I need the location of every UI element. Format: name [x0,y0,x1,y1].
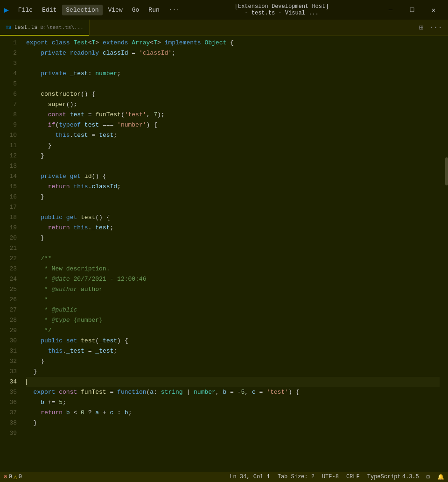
minimize-button[interactable]: — [380,3,401,17]
ln-3: 3 [0,58,17,69]
tab-ts-icon: TS [6,25,11,30]
code-line-39 [26,428,440,439]
ln-25: 25 [0,284,17,295]
ln-4: 4 [0,69,17,79]
code-line-2: private readonly classId = 'classId'; [26,48,440,58]
remote-icon: ⊞ [427,474,430,481]
code-line-25: * @author author [26,284,440,295]
ln-29: 29 [0,326,17,336]
statusbar: ⊗ 0 △ 0 Ln 34, Col 1 Tab Size: 2 UTF-8 C… [0,472,448,482]
code-line-7: super(); [26,99,440,110]
ln-23: 23 [0,264,17,274]
ln-36: 36 [0,397,17,408]
error-icon: ⊗ [4,473,7,481]
warning-icon: △ [14,473,17,481]
ln-28: 28 [0,315,17,326]
code-line-4: private _test: number; [26,69,440,79]
code-line-10: this.test = test; [26,130,440,141]
code-line-9: if(typeof test === 'number') { [26,120,440,130]
ln-33: 33 [0,367,17,377]
code-line-38: } [26,418,440,428]
status-tab-size[interactable]: Tab Size: 2 [278,474,315,480]
ln-19: 19 [0,223,17,233]
editor: 1 2 3 4 5 6 7 8 9 10 11 12 13 14 15 16 1… [0,36,448,472]
ln-26: 26 [0,295,17,305]
code-content[interactable]: export class Test<T> extends Array<T> im… [22,36,443,472]
code-line-24: * @date 20/7/2021 - 12:00:46 [26,274,440,284]
code-line-16: } [26,192,440,202]
code-line-13 [26,161,440,171]
status-errors[interactable]: ⊗ 0 △ 0 [4,473,22,481]
ln-15: 15 [0,182,17,192]
tab-actions: ⊞ ··· [417,20,448,35]
status-language[interactable]: TypeScript 4.3.5 [367,474,419,480]
ln-9: 9 [0,120,17,130]
cursor-position: Ln 34, Col 1 [230,474,270,480]
menu-selection[interactable]: Selection [62,5,102,15]
code-line-30: public set test(_test) { [26,336,440,346]
code-line-21 [26,243,440,254]
tab-filepath: D:\test.ts\... [40,25,83,30]
menu-run[interactable]: Run [145,5,163,15]
ln-12: 12 [0,151,17,161]
ln-32: 32 [0,356,17,367]
status-bell[interactable]: 🔔 [437,474,444,481]
code-line-12: } [26,151,440,161]
encoding-label: UTF-8 [322,474,339,480]
bell-icon: 🔔 [437,474,444,481]
code-line-36: b += 5; [26,397,440,408]
status-position[interactable]: Ln 34, Col 1 [230,474,270,480]
ln-11: 11 [0,141,17,151]
code-line-35: export const funTest = function(a: strin… [26,387,440,397]
scrollbar[interactable] [443,36,448,472]
ln-24: 24 [0,274,17,284]
vscode-logo-icon: ▶ [4,5,9,15]
ln-30: 30 [0,336,17,346]
status-line-ending[interactable]: CRLF [346,474,360,480]
menu-edit[interactable]: Edit [38,5,60,15]
split-editor-button[interactable]: ⊞ [417,22,426,33]
ln-6: 6 [0,89,17,99]
language-version: 4.3.5 [402,474,419,480]
code-line-29: */ [26,326,440,336]
code-line-19: return this._test; [26,223,440,233]
editor-tab[interactable]: TS test.ts D:\test.ts\... [0,20,90,35]
code-line-28: * @type {number} [26,315,440,326]
code-line-6: constructor() { [26,89,440,99]
code-line-14: private get id() { [26,171,440,182]
code-line-34 [26,377,440,387]
status-remote[interactable]: ⊞ [427,474,430,481]
code-line-3 [26,58,440,69]
scrollbar-thumb[interactable] [445,157,448,185]
menu-view[interactable]: View [105,5,126,15]
code-line-23: * New description. [26,264,440,274]
code-line-26: * [26,295,440,305]
code-line-31: this._test = _test; [26,346,440,356]
close-button[interactable]: ✕ [423,3,444,17]
code-line-5 [26,79,440,89]
menu-go[interactable]: Go [128,5,143,15]
ln-27: 27 [0,305,17,315]
line-ending-label: CRLF [346,474,360,480]
ln-21: 21 [0,243,17,254]
ln-20: 20 [0,233,17,243]
maximize-button[interactable]: □ [401,3,423,17]
code-line-32: } [26,356,440,367]
code-line-11: } [26,141,440,151]
more-actions-button[interactable]: ··· [427,22,444,33]
code-line-17 [26,202,440,213]
line-numbers: 1 2 3 4 5 6 7 8 9 10 11 12 13 14 15 16 1… [0,36,22,472]
error-count: 0 [9,474,12,480]
ln-13: 13 [0,161,17,171]
titlebar: ▶ File Edit Selection View Go Run ··· [E… [0,0,448,20]
menu-more[interactable]: ··· [165,5,183,15]
ln-7: 7 [0,99,17,110]
ln-17: 17 [0,202,17,213]
status-encoding[interactable]: UTF-8 [322,474,339,480]
window-title: [Extension Development Host] - test.ts -… [234,3,329,16]
ln-34: 34 [0,377,17,387]
tab-size-label: Tab Size: 2 [278,474,315,480]
window-controls: — □ ✕ [380,3,444,17]
menu-file[interactable]: File [14,5,36,15]
code-line-15: return this.classId; [26,182,440,192]
